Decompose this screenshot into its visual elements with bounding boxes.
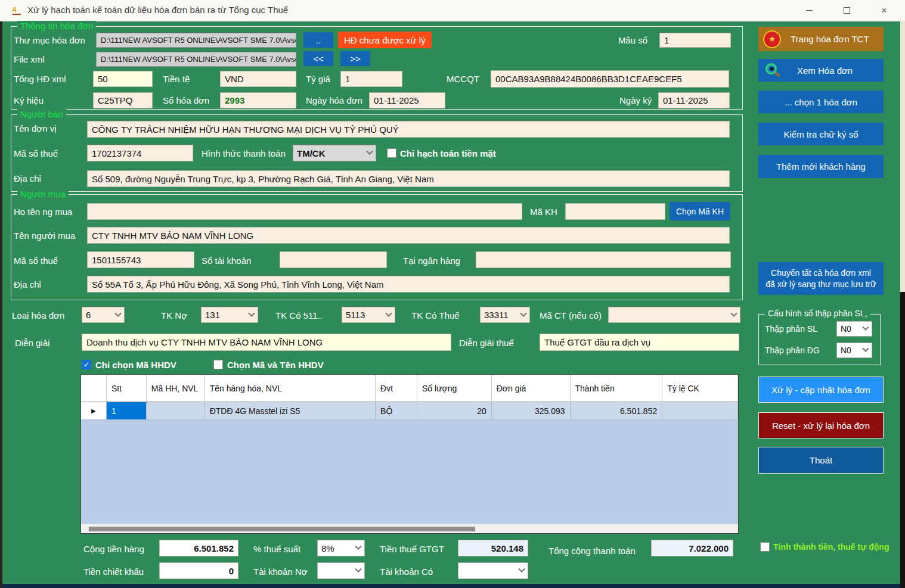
seller-name-input[interactable]: CÔNG TY TRÁCH NHIỆM HỮU HẠN THƯƠNG MẠI D…	[87, 121, 730, 138]
row-selector-cell[interactable]: ▶	[81, 402, 107, 420]
right-edge-strip-bottom	[900, 292, 905, 588]
grid-horizontal-scrollbar[interactable]	[81, 524, 738, 533]
grid-header-don-gia[interactable]: Đơn giá	[492, 375, 571, 402]
tai-khoan-co-select[interactable]	[458, 562, 528, 579]
tong-hd-input[interactable]: 50	[93, 71, 153, 87]
minimize-button[interactable]	[795, 0, 823, 21]
auto-calc-checkbox[interactable]	[760, 542, 770, 552]
grid-header-ten-hang-hoa[interactable]: Tên hàng hóa, NVL	[205, 375, 376, 402]
seller-address-input[interactable]: Số 509, đường Nguyễn Trung Trực, kp 3, P…	[87, 170, 730, 187]
mccqt-input[interactable]: 00CAB93A9B88424B0086BB3D1CEAE9CEF5	[491, 70, 729, 88]
seller-taxcode-input[interactable]: 1702137374	[87, 145, 193, 161]
grid-header-row: Stt Mã HH, NVL Tên hàng hóa, NVL Đvt Số …	[81, 375, 738, 402]
cell-thanh-tien[interactable]: 6.501.852	[571, 402, 663, 420]
grid-header-so-luong[interactable]: Số lượng	[417, 375, 492, 402]
cell-so-luong[interactable]: 20	[417, 402, 492, 420]
chi-chon-ma-label: Chỉ chọn Mã HHDV	[95, 360, 176, 370]
buyer-group-title: Người mua	[17, 189, 69, 199]
grid-header-thanh-tien[interactable]: Thành tiền	[571, 375, 663, 402]
dien-giai-input[interactable]: Doanh thu dịch vụ CTY TNHH MTV BẢO NAM V…	[82, 334, 451, 351]
mau-so-input[interactable]: 1	[659, 33, 731, 48]
tien-thue-input[interactable]: 520.148	[458, 540, 528, 556]
buyer-name-label: Tên người mua	[14, 231, 75, 241]
tk-co-select[interactable]: 5113	[342, 307, 395, 323]
bank-input[interactable]	[476, 251, 731, 268]
chi-chon-ma-checkbox[interactable]: ✓	[82, 360, 91, 369]
next-invoice-button[interactable]: >>	[340, 51, 370, 66]
cash-only-checkbox[interactable]	[387, 148, 396, 158]
ngay-ky-input[interactable]: 01-11-2025	[658, 92, 730, 108]
close-button[interactable]: ×	[870, 0, 898, 21]
prev-invoice-button[interactable]: <<	[303, 51, 333, 66]
buyer-address-input[interactable]: Số 55A Tổ 3, Ấp Phú Hữu Đông, Xã Song Ph…	[87, 276, 730, 293]
cell-don-gia[interactable]: 325.093	[492, 402, 571, 420]
grid-header-stt[interactable]: Stt	[107, 375, 147, 402]
file-xml-input[interactable]: D:\111NEW AVSOFT R5 ONLINE\AVSOFT SME 7.…	[96, 52, 296, 67]
buyer-contact-input[interactable]	[87, 203, 522, 220]
browse-folder-button[interactable]: ..	[303, 32, 333, 48]
ma-ct-label: Mã CT (nếu có)	[540, 310, 602, 321]
tax-emblem-icon: ★	[763, 30, 781, 48]
maximize-button[interactable]	[833, 0, 860, 21]
tai-khoan-no-select[interactable]	[317, 562, 365, 579]
tk-co-label: TK Có 511..	[275, 310, 323, 321]
thoat-button[interactable]: Thoát	[758, 447, 884, 474]
chon-1-hoa-don-button[interactable]: ... chọn 1 hóa đơn	[758, 91, 884, 113]
folder-input[interactable]: D:\111NEW AVSOFT R5 ONLINE\AVSOFT SME 7.…	[96, 33, 296, 48]
cell-dvt[interactable]: BỘ	[376, 402, 417, 420]
chevron-down-icon	[862, 346, 869, 352]
chuyen-hoa-don-xml-button[interactable]: Chuyển tất cả hóa đơn xml đã xử lý sang …	[758, 262, 884, 295]
chevron-down-icon	[355, 543, 361, 550]
cell-ty-le-ck[interactable]	[662, 402, 738, 420]
chevron-down-icon	[862, 324, 869, 331]
kiem-tra-chu-ky-so-button[interactable]: Kiểm tra chữ ký số	[758, 123, 884, 145]
app-window: A Xử lý hạch toán kế toán dữ liệu hóa đơ…	[0, 0, 905, 588]
cash-only-label: Chỉ hạch toán tiền mặt	[400, 148, 496, 158]
so-hd-input[interactable]: 2993	[220, 92, 296, 108]
xu-ly-cap-nhat-button[interactable]: Xử lý - cập nhật hóa đơn	[758, 377, 884, 403]
tai-khoan-no-label: Tài khoản Nợ	[253, 567, 308, 577]
xem-hoa-don-button[interactable]: Xem Hóa đơn	[758, 59, 884, 82]
minimize-icon	[806, 10, 813, 11]
buyer-name-input[interactable]: CTY TNHH MTV BẢO NAM VĨNH LONG	[87, 227, 730, 244]
invoice-info-group-title: Thông tin hóa đơn	[17, 21, 96, 31]
tong-cong-input[interactable]: 7.022.000	[651, 540, 733, 556]
ngay-hd-input[interactable]: 01-11-2025	[369, 92, 445, 108]
thap-phan-dg-select[interactable]: N0	[836, 343, 872, 358]
dien-giai-thue-input[interactable]: Thuế GTGT đầu ra dịch vụ	[540, 334, 739, 351]
account-number-input[interactable]	[280, 251, 387, 268]
tk-no-label: TK Nợ	[161, 310, 187, 321]
chiet-khau-input[interactable]: 0	[159, 562, 238, 579]
grid-header-dvt[interactable]: Đvt	[376, 375, 417, 402]
thap-phan-sl-select[interactable]: N0	[836, 321, 872, 337]
cong-tien-hang-input[interactable]: 6.501.852	[159, 540, 238, 556]
reset-xu-ly-button[interactable]: Reset - xử lý lại hóa đơn	[758, 412, 884, 438]
chon-ma-kh-button[interactable]: Chọn Mã KH	[670, 202, 730, 220]
scrollbar-thumb[interactable]	[89, 527, 475, 531]
grid-header-ty-le-ck[interactable]: Tỷ lệ CK	[662, 375, 738, 402]
ma-kh-label: Mã KH	[530, 207, 557, 217]
cell-ma-hh[interactable]	[147, 402, 205, 420]
tk-no-select[interactable]: 131	[201, 307, 258, 323]
ma-kh-input[interactable]	[565, 203, 665, 220]
tien-thue-label: Tiền thuế GTGT	[380, 544, 444, 554]
tk-co-thue-select[interactable]: 33311	[480, 307, 530, 323]
thue-suat-select[interactable]: 8%	[317, 540, 365, 556]
cell-stt[interactable]: 1	[107, 402, 147, 420]
payment-method-select[interactable]: TM/CK	[293, 145, 376, 161]
them-moi-khach-hang-button[interactable]: Thêm mới khách hàng	[758, 155, 884, 178]
ma-ct-select[interactable]	[608, 307, 740, 323]
table-row[interactable]: ▶ 1 ĐTDĐ 4G Masstel izi S5 BỘ 20 325.093…	[81, 402, 738, 420]
tien-te-input[interactable]: VND	[220, 71, 296, 87]
ty-gia-input[interactable]: 1	[340, 71, 402, 87]
status-badge: HĐ chưa được xử lý	[338, 32, 432, 48]
ky-hieu-input[interactable]: C25TPQ	[93, 92, 153, 108]
loai-hd-select[interactable]: 6	[82, 307, 125, 323]
chon-ma-ten-checkbox[interactable]	[213, 360, 223, 369]
trang-hoa-don-tct-button[interactable]: ★ Trang hóa đơn TCT	[758, 27, 884, 51]
cell-ten-hang-hoa[interactable]: ĐTDĐ 4G Masstel izi S5	[205, 402, 376, 420]
chevron-down-icon	[385, 310, 392, 316]
grid-header-ma-hh[interactable]: Mã HH, NVL	[147, 375, 205, 402]
bank-label: Tại ngân hàng	[403, 256, 460, 266]
buyer-taxcode-input[interactable]: 1501155743	[87, 251, 194, 268]
